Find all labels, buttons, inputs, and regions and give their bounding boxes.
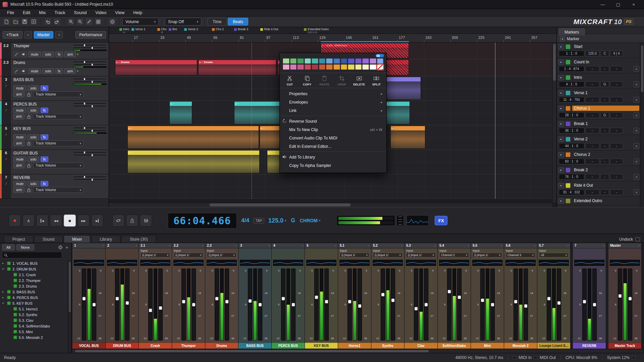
color-swatch[interactable] <box>370 58 376 64</box>
mixer-channel-strip[interactable]: 5.6▫Input:Channel 3▾06129182736Messiah 2 <box>504 243 537 349</box>
marker-timesig-field[interactable]: - <box>610 66 623 72</box>
input-select[interactable]: (L)Input 1/▾ <box>340 253 369 257</box>
marker-delete-button[interactable]: × <box>634 174 639 180</box>
marker-delete-button[interactable]: × <box>634 97 639 103</box>
color-swatch[interactable] <box>297 64 304 70</box>
marker-name[interactable]: Start <box>572 44 639 49</box>
marker-position-field[interactable]: 1 : 1 : 0 <box>559 51 584 56</box>
marker-play-icon[interactable]: ▸ <box>558 75 564 80</box>
eq-curve[interactable] <box>373 260 403 266</box>
marker-position-field[interactable]: 36 : 1 : 0 <box>559 128 584 133</box>
tree-item[interactable]: 5.3. Clav <box>0 317 71 323</box>
lock-icon[interactable] <box>26 187 32 193</box>
marker-timesig-field[interactable]: - <box>610 81 623 87</box>
channel-label[interactable]: REVERB <box>573 343 606 349</box>
mini-fader[interactable] <box>73 176 107 178</box>
copy-button[interactable]: COPY <box>299 75 316 86</box>
input-select[interactable]: (L)Input 1/▾ <box>207 253 236 257</box>
eq-curve[interactable] <box>107 260 137 266</box>
menu-help[interactable]: Help <box>129 9 147 16</box>
color-swatch[interactable] <box>362 58 369 64</box>
marker-tempo-field[interactable]: - <box>585 189 599 195</box>
fader-knob[interactable] <box>491 303 494 306</box>
volume-fader[interactable] <box>324 268 329 341</box>
volume-fader[interactable] <box>281 268 285 341</box>
markers-scrollbar[interactable] <box>640 43 644 207</box>
volume-fader[interactable] <box>225 268 229 341</box>
marker-key-field[interactable]: G <box>600 112 609 118</box>
automation-type-dropdown[interactable]: Volume ▾ <box>122 18 159 25</box>
volume-fader[interactable] <box>414 268 418 341</box>
tree-item[interactable]: ▾2. DRUM BUS <box>0 266 71 272</box>
collapse-panel-icon[interactable]: « <box>64 245 69 250</box>
marker-key-field[interactable]: - <box>600 159 609 164</box>
context-menu-item[interactable]: Convert Audio Clip To MIDI <box>280 134 386 142</box>
marker-position-field[interactable]: 28 : 1 : 0 <box>559 112 584 118</box>
fader-knob[interactable] <box>92 130 93 132</box>
marker-key-field[interactable]: - <box>600 66 609 72</box>
fx-button[interactable]: fx <box>41 181 49 186</box>
volume-fader[interactable] <box>215 268 219 341</box>
zoom-out-button[interactable] <box>76 18 84 25</box>
collapse-strip-icon[interactable]: ▫ <box>103 244 104 247</box>
timeline-marker[interactable]: Verse 2 <box>184 27 198 31</box>
color-swatch[interactable] <box>283 58 289 64</box>
tree-item[interactable]: 5.6. Messiah 2 <box>0 335 71 340</box>
input-select[interactable]: (L)Input 1/▾ <box>141 253 170 257</box>
track-volume-dropdown[interactable]: Track Volume▾ <box>33 140 84 146</box>
import-audio-button[interactable] <box>30 18 38 25</box>
channel-label[interactable]: PERCS BUS <box>272 343 305 349</box>
track-checkbox[interactable] <box>13 336 17 339</box>
time-signature[interactable]: 4/4 <box>241 217 250 224</box>
speaker-icon[interactable] <box>21 68 27 74</box>
channel-label[interactable]: Clav <box>405 343 437 349</box>
volume-fader[interactable] <box>381 268 385 341</box>
fader-knob[interactable] <box>92 179 93 181</box>
eq-curve[interactable] <box>406 260 436 266</box>
marker-timesig-field[interactable]: - <box>610 174 623 180</box>
mini-fader[interactable] <box>73 127 107 129</box>
scale-mode[interactable]: CHROM <box>300 218 318 223</box>
audio-clip[interactable]: ▸− <box>385 101 410 124</box>
go-to-start-button[interactable]: ◂ <box>36 215 48 227</box>
fader-knob[interactable] <box>514 300 517 303</box>
fader-knob[interactable] <box>149 309 152 312</box>
chevron-right-icon[interactable]: ▸ <box>2 290 5 293</box>
arm-button[interactable]: arm <box>13 141 24 146</box>
no-color-swatch[interactable] <box>377 64 384 70</box>
color-swatch[interactable] <box>341 64 347 70</box>
track-checkbox[interactable] <box>13 273 17 277</box>
mixer-channel-strip[interactable]: 2.1▫Input:(L)Input 1/▾06129182736Crash <box>139 243 172 349</box>
fader-knob[interactable] <box>481 299 484 302</box>
marker-name[interactable]: Chorus 1 <box>572 106 639 111</box>
arm-button[interactable]: arm <box>64 52 75 57</box>
master-fx-button[interactable]: FX <box>435 216 447 225</box>
marker-tempo-field[interactable]: - <box>585 143 599 149</box>
mixer-channel-strip[interactable]: 5.2▫Input:(L)Input 1/▾06129182736Synths <box>371 243 405 349</box>
context-menu-item[interactable]: Add To Library <box>280 153 386 161</box>
tree-item[interactable]: ▾5. KEY BUS <box>0 300 71 306</box>
track-checkbox[interactable] <box>13 330 17 334</box>
timeline-marker[interactable]: Verse 1 <box>131 27 146 31</box>
fx-button[interactable]: fx <box>41 108 49 113</box>
input-select[interactable]: (L)Input 1/▾ <box>373 253 402 257</box>
redo-button[interactable] <box>53 18 61 25</box>
close-button[interactable]: × <box>626 0 641 9</box>
input-select[interactable]: (L)Input 1/▾ <box>473 253 502 257</box>
marker-tempo-field[interactable]: - <box>585 128 599 133</box>
collapse-strip-icon[interactable]: ▫ <box>302 244 303 247</box>
color-swatch[interactable] <box>377 58 384 64</box>
volume-fader[interactable] <box>618 268 622 341</box>
eq-curve[interactable] <box>472 260 502 266</box>
marker-name[interactable]: Verse 1 <box>572 90 639 96</box>
input-select[interactable]: All▾ <box>539 253 569 257</box>
marker-name[interactable]: Break 2 <box>572 167 639 173</box>
track-header[interactable]: 4♪PERCS BUSmutesolofxarmTrack Volume▾ <box>0 101 109 125</box>
marker-key-field[interactable]: G <box>600 81 609 87</box>
color-swatch[interactable] <box>326 58 333 64</box>
metronome-button[interactable] <box>126 215 138 227</box>
context-menu-item[interactable]: Edit In External Editor... <box>280 142 386 150</box>
collapse-strip-icon[interactable]: ▫ <box>435 244 436 247</box>
mini-fader[interactable] <box>73 61 107 63</box>
clip-header[interactable]: ▸− <box>391 126 425 130</box>
